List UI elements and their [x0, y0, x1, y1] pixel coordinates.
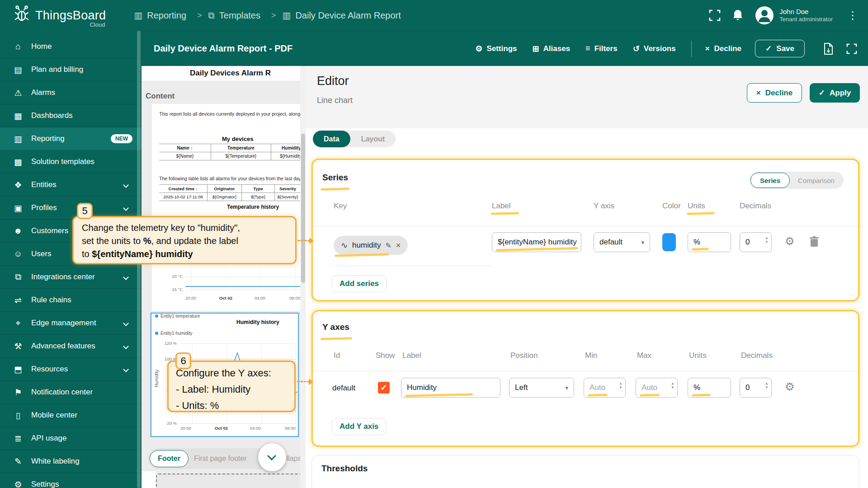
devices-table-header-cell: Name ↑ — [159, 144, 211, 152]
editor-apply-button[interactable]: ✓ Apply — [810, 83, 860, 103]
y-axis-settings-gear-icon[interactable]: ⚙ — [785, 380, 795, 393]
header-action-button[interactable]: ⚙ Settings — [475, 44, 517, 54]
first-page-footer-label[interactable]: First page footer — [194, 455, 247, 463]
more-menu-icon[interactable]: ⋮ — [847, 9, 858, 22]
sidebar-item[interactable]: ⚙ Settings — [0, 473, 142, 488]
sidebar-item-icon: ⬒ — [13, 364, 24, 375]
sidebar-item[interactable]: ❖ Entities — [0, 174, 142, 197]
y-axis-units-input[interactable]: % — [688, 378, 731, 398]
sidebar-item[interactable]: ▯ Mobile center — [0, 404, 142, 427]
series-yaxis-select[interactable]: default ▾ — [594, 232, 650, 252]
page-corner — [142, 471, 156, 488]
alarms-table-header-cell: Originator — [208, 184, 242, 193]
breadcrumb-item[interactable]: ▥ Reporting > — [134, 10, 202, 21]
sidebar-item-label: Profiles — [31, 203, 57, 212]
series-heading: Series — [322, 173, 348, 183]
export-report-icon[interactable] — [823, 42, 834, 55]
delete-series-icon[interactable] — [809, 236, 819, 248]
footer-chip[interactable]: Footer — [150, 450, 189, 467]
sidebar-item[interactable]: ⌂ Home — [0, 35, 142, 58]
sidebar-item[interactable]: ▩ Solution templates — [0, 150, 142, 174]
sidebar-item[interactable]: ✎ White labeling — [0, 450, 142, 473]
telemetry-key-chip[interactable]: ∿ humidity ✎ × — [334, 236, 408, 255]
header-action-label: Filters — [594, 44, 618, 53]
pdf-content-card[interactable]: This report lists all devices currently … — [152, 104, 306, 311]
edit-key-icon[interactable]: ✎ — [385, 241, 391, 250]
toggle-series[interactable]: Series — [750, 173, 790, 188]
series-settings-gear-icon[interactable]: ⚙ — [785, 235, 795, 248]
fullscreen-icon[interactable] — [709, 9, 721, 21]
y-axes-column-header: Position — [510, 351, 585, 360]
stepper-arrows[interactable]: ▴▾ — [765, 381, 768, 389]
sidebar-item-label: Edge management — [31, 319, 96, 328]
remove-key-icon[interactable]: × — [396, 241, 401, 250]
stepper-arrows[interactable]: ▴▾ — [765, 236, 768, 244]
sidebar-item[interactable]: ⬒ Resources — [0, 358, 142, 381]
y-axis-decimals-stepper[interactable]: 0 ▴▾ — [740, 378, 772, 398]
sidebar-item[interactable]: ▥ Reporting NEW — [0, 127, 142, 150]
footer-placeholder-area[interactable] — [156, 474, 306, 488]
header-action-icon: ≡ — [585, 44, 590, 53]
alarms-table-header-cell: Type — [242, 184, 275, 193]
y-axes-column-header: Units — [689, 351, 741, 360]
sidebar-item-label: Dashboards — [31, 111, 73, 120]
chevron-down-icon — [123, 205, 129, 211]
add-y-axis-button[interactable]: Add Y axis — [332, 418, 386, 435]
toggle-comparison[interactable]: Comparison — [790, 177, 843, 184]
series-units-input[interactable]: % — [688, 232, 731, 252]
series-section: Series Series Comparison Key Label Y axi… — [311, 159, 859, 301]
preview-scrollbar-thumb[interactable] — [301, 134, 305, 283]
series-decimals-stepper[interactable]: 0 ▴▾ — [740, 232, 772, 252]
position-select[interactable]: Left ▾ — [509, 378, 574, 398]
y-axis-label-input[interactable]: Humidity — [401, 378, 500, 398]
stepper-arrows[interactable]: ▴▾ — [671, 381, 674, 389]
editor-decline-button[interactable]: × Decline — [747, 83, 802, 103]
tab-layout[interactable]: Layout — [350, 131, 396, 147]
check-icon: ✓ — [819, 88, 825, 98]
sidebar-item[interactable]: ▤ Plan and billing — [0, 58, 142, 81]
tab-data[interactable]: Data — [313, 131, 350, 147]
series-column-header: Label — [492, 202, 594, 211]
y-axes-column-header: Show — [376, 351, 402, 360]
thingsboard-logo-icon — [12, 5, 31, 24]
alarms-table-cell: ${Originator} — [208, 193, 242, 201]
sidebar-item[interactable]: ⚑ Notification center — [0, 381, 142, 404]
header-action-button[interactable]: ⊞ Aliases — [532, 44, 570, 54]
sidebar-item[interactable]: ≣ API usage — [0, 427, 142, 450]
header-decline-button[interactable]: × Decline — [705, 44, 741, 53]
temperature-line — [185, 286, 306, 287]
sidebar-item-icon: ▣ — [13, 203, 24, 213]
series-label-input[interactable]: ${entityName} humidity — [492, 232, 581, 252]
sidebar-item[interactable]: ⚒ Advanced features — [0, 335, 142, 358]
sidebar-item[interactable]: ⚠ Alarms — [0, 81, 142, 104]
header-action-button[interactable]: ↺ Versions — [633, 44, 676, 54]
thingsboard-logo[interactable]: ThingsBoard Cloud — [12, 5, 106, 25]
series-table-header: Key Label Y axis Color — [334, 202, 854, 211]
y-axis-label-highlight — [405, 393, 473, 397]
stepper-arrows[interactable]: ▴▾ — [619, 381, 622, 389]
header-save-button[interactable]: ✓ Save — [755, 40, 805, 57]
editor-fullscreen-icon[interactable] — [846, 43, 857, 54]
breadcrumb-item[interactable]: ▥ Daily Device Alarm Report — [282, 10, 401, 21]
chevron-down-icon — [123, 274, 129, 280]
sidebar-item[interactable]: ⇌ Rule chains — [0, 289, 142, 312]
max-stepper[interactable]: Auto ▴▾ — [636, 378, 678, 398]
user-menu[interactable]: John Doe Tenant administrator — [755, 6, 833, 25]
sidebar-item[interactable]: ▦ Dashboards — [0, 104, 142, 127]
breadcrumb-item[interactable]: ⧉ Templates > — [208, 10, 276, 21]
sidebar-item-label: Resources — [31, 365, 68, 374]
close-icon: × — [705, 44, 710, 53]
sidebar-item[interactable]: ⧉ Integrations center — [0, 266, 142, 289]
sidebar-item[interactable]: ⌖ Edge management — [0, 312, 142, 335]
series-color-swatch[interactable] — [662, 233, 676, 251]
show-checkbox[interactable]: ✓ — [378, 382, 390, 394]
min-stepper[interactable]: Auto ▴▾ — [584, 378, 626, 398]
collapse-preview-button[interactable] — [258, 443, 286, 471]
sidebar-item-icon: ▥ — [13, 134, 24, 144]
preview-scrollbar[interactable] — [300, 66, 306, 488]
header-action-button[interactable]: ≡ Filters — [585, 44, 618, 53]
add-series-button[interactable]: Add series — [332, 275, 387, 292]
sidebar-item-icon: ☻ — [13, 226, 24, 236]
notifications-bell-icon[interactable] — [732, 9, 743, 22]
editor-tabs: Data Layout — [313, 131, 396, 147]
